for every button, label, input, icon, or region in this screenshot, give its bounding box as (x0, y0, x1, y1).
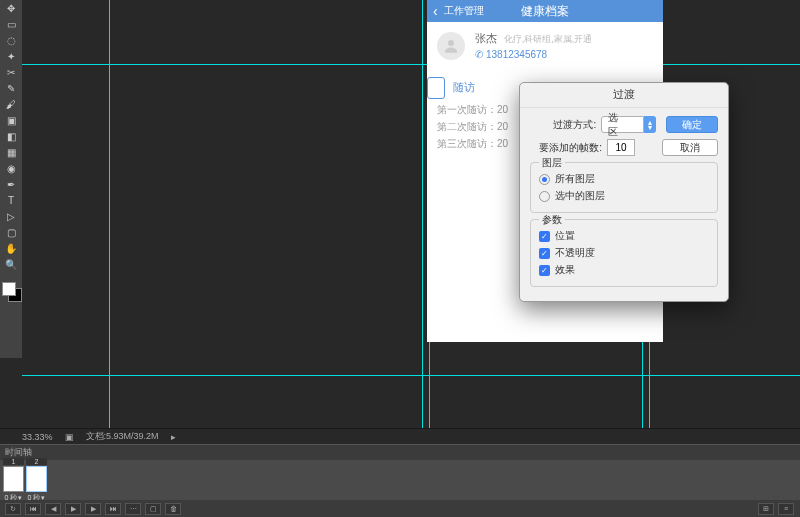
timeline-frame[interactable]: 1 0 秒▾ (3, 458, 24, 503)
fg-color-swatch[interactable] (2, 282, 16, 296)
checkbox-icon: ✓ (539, 265, 550, 276)
layers-legend: 图层 (539, 156, 565, 170)
frame-thumbnail (3, 466, 24, 492)
new-frame-button[interactable]: ▢ (145, 503, 161, 515)
marquee-tool[interactable]: ▭ (0, 16, 22, 32)
window-arrange-icon[interactable]: ▣ (65, 432, 74, 442)
dialog-title: 过渡 (520, 83, 728, 108)
tools-toolbar: ✥ ▭ ◌ ✦ ✂ ✎ 🖌 ▣ ◧ ▦ ◉ ✒ T ▷ ▢ ✋ 🔍 (0, 0, 22, 358)
brush-tool[interactable]: 🖌 (0, 96, 22, 112)
params-fieldset: 参数 ✓ 位置 ✓ 不透明度 ✓ 效果 (530, 219, 718, 287)
first-frame-button[interactable]: ⏮ (25, 503, 41, 515)
panel-menu-button[interactable]: ≡ (778, 503, 794, 515)
timeline-frames: 1 0 秒▾ 2 0 秒▾ (0, 460, 800, 500)
radio-icon (539, 174, 550, 185)
avatar (437, 32, 465, 60)
page-title: 健康档案 (521, 3, 569, 20)
tween-dialog: 过渡 过渡方式: 选区 ▴▾ 确定 要添加的帧数: 取消 图层 所有图层 (519, 82, 729, 302)
move-tool[interactable]: ✥ (0, 0, 22, 16)
svg-point-0 (448, 40, 454, 46)
path-tool[interactable]: ▷ (0, 208, 22, 224)
check-effects[interactable]: ✓ 效果 (539, 263, 709, 277)
loop-button[interactable]: ↻ (5, 503, 21, 515)
back-icon: ‹ (427, 3, 444, 19)
guide-horizontal[interactable] (22, 375, 800, 376)
pen-tool[interactable]: ✒ (0, 176, 22, 192)
method-label: 过渡方式: (530, 118, 596, 132)
cancel-button[interactable]: 取消 (662, 139, 718, 156)
method-select[interactable]: 选区 ▴▾ (601, 116, 656, 133)
crop-tool[interactable]: ✂ (0, 64, 22, 80)
convert-timeline-button[interactable]: ⊞ (758, 503, 774, 515)
profile-row: 张杰 化疗,科研组,家属,开通 ✆ 13812345678 (427, 22, 663, 70)
guide-horizontal[interactable] (22, 64, 800, 65)
app-header: ‹ 工作管理 健康档案 (427, 0, 663, 22)
zoom-level[interactable]: 33.33% (22, 432, 53, 442)
gradient-tool[interactable]: ▦ (0, 144, 22, 160)
blur-tool[interactable]: ◉ (0, 160, 22, 176)
select-arrows-icon: ▴▾ (644, 116, 656, 133)
profile-name: 张杰 (475, 32, 497, 44)
back-label: 工作管理 (444, 4, 484, 18)
lasso-tool[interactable]: ◌ (0, 32, 22, 48)
shape-tool[interactable]: ▢ (0, 224, 22, 240)
play-button[interactable]: ▶ (65, 503, 81, 515)
next-frame-button[interactable]: ▶ (85, 503, 101, 515)
chevron-right-icon[interactable]: ▸ (171, 432, 176, 442)
radio-selected-layers[interactable]: 选中的图层 (539, 189, 709, 203)
guide-vertical[interactable] (422, 0, 423, 428)
frames-label: 要添加的帧数: (530, 141, 602, 155)
frame-thumbnail (26, 466, 47, 492)
wand-tool[interactable]: ✦ (0, 48, 22, 64)
phone-icon: ✆ (475, 47, 483, 62)
profile-phone: ✆ 13812345678 (475, 47, 592, 62)
layers-fieldset: 图层 所有图层 选中的图层 (530, 162, 718, 213)
checkbox-icon: ✓ (539, 248, 550, 259)
timeline-panel-header[interactable]: 时间轴 (0, 444, 800, 460)
check-opacity[interactable]: ✓ 不透明度 (539, 246, 709, 260)
radio-icon (539, 191, 550, 202)
tween-button[interactable]: ⋯ (125, 503, 141, 515)
doc-size: 文档:5.93M/39.2M (86, 430, 159, 443)
hand-tool[interactable]: ✋ (0, 240, 22, 256)
check-position[interactable]: ✓ 位置 (539, 229, 709, 243)
eyedropper-tool[interactable]: ✎ (0, 80, 22, 96)
profile-tags: 化疗,科研组,家属,开通 (504, 34, 593, 44)
stamp-tool[interactable]: ▣ (0, 112, 22, 128)
text-tool[interactable]: T (0, 192, 22, 208)
timeline-frame[interactable]: 2 0 秒▾ (26, 458, 47, 503)
radio-all-layers[interactable]: 所有图层 (539, 172, 709, 186)
frames-input[interactable] (607, 139, 635, 156)
ok-button[interactable]: 确定 (666, 116, 718, 133)
guide-vertical[interactable] (109, 0, 110, 428)
status-bar: 33.33% ▣ 文档:5.93M/39.2M ▸ (0, 428, 800, 444)
checkbox-icon: ✓ (539, 231, 550, 242)
params-legend: 参数 (539, 213, 565, 227)
last-frame-button[interactable]: ⏭ (105, 503, 121, 515)
timeline-controls: ↻ ⏮ ◀ ▶ ▶ ⏭ ⋯ ▢ 🗑 ⊞ ≡ (0, 500, 800, 517)
delete-frame-button[interactable]: 🗑 (165, 503, 181, 515)
eraser-tool[interactable]: ◧ (0, 128, 22, 144)
zoom-tool[interactable]: 🔍 (0, 256, 22, 272)
prev-frame-button[interactable]: ◀ (45, 503, 61, 515)
